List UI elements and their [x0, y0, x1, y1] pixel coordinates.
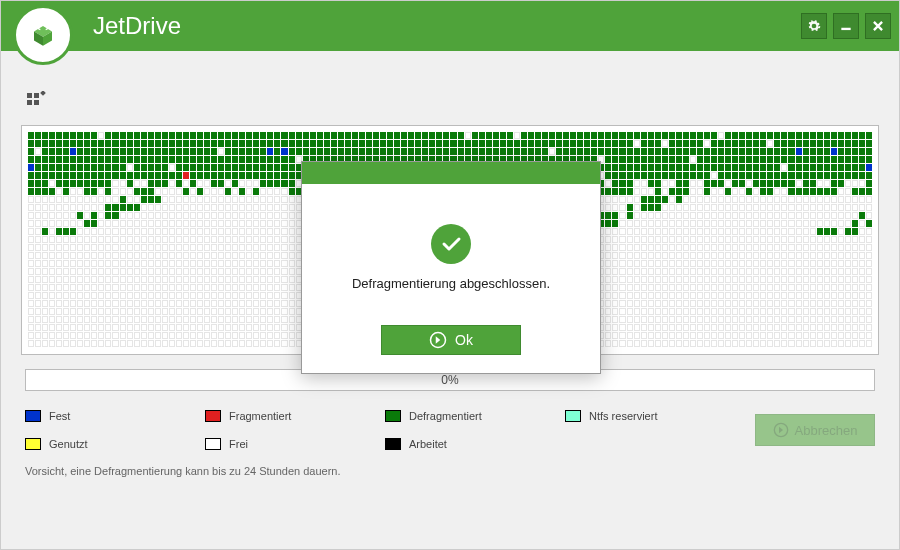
legend-defragmentiert: Defragmentiert [385, 405, 565, 427]
legend-fragmentiert: Fragmentiert [205, 405, 385, 427]
svg-rect-3 [841, 28, 850, 30]
checkmark-icon [439, 232, 463, 256]
minimize-button[interactable] [833, 13, 859, 39]
swatch-fest [25, 410, 41, 422]
swatch-frei [205, 438, 221, 450]
dialog-body: Defragmentierung abgeschlossen. Ok [302, 184, 600, 373]
swatch-genutzt [25, 438, 41, 450]
legend-arbeitet: Arbeitet [385, 433, 565, 455]
legend: Fest Fragmentiert Defragmentiert Ntfs re… [25, 405, 875, 455]
titlebar: JetDrive [1, 1, 899, 51]
close-button[interactable] [865, 13, 891, 39]
svg-rect-5 [34, 93, 39, 98]
cancel-button: Abbrechen [755, 414, 875, 446]
legend-frei: Frei [205, 433, 385, 455]
swatch-fragmentiert [205, 410, 221, 422]
app-title: JetDrive [93, 12, 181, 40]
minimize-icon [839, 19, 853, 33]
dialog-header [302, 162, 600, 184]
arrow-right-circle-icon [429, 331, 447, 349]
warning-text: Vorsicht, eine Defragmentierung kann bis… [25, 465, 875, 477]
success-badge [431, 224, 471, 264]
window-controls [801, 13, 891, 39]
gear-icon [807, 19, 821, 33]
cluster-view-icon [25, 91, 49, 115]
swatch-ntfs [565, 410, 581, 422]
completion-dialog: Defragmentierung abgeschlossen. Ok [301, 161, 601, 374]
app-logo [13, 5, 73, 65]
close-icon [871, 19, 885, 33]
ok-button[interactable]: Ok [381, 325, 521, 355]
svg-rect-4 [27, 93, 32, 98]
arrow-right-circle-icon [773, 422, 789, 438]
swatch-arbeitet [385, 438, 401, 450]
dialog-message: Defragmentierung abgeschlossen. [312, 276, 590, 291]
svg-rect-6 [27, 100, 32, 105]
svg-rect-7 [34, 100, 39, 105]
legend-ntfs: Ntfs reserviert [565, 405, 745, 427]
settings-button[interactable] [801, 13, 827, 39]
legend-fest: Fest [25, 405, 205, 427]
swatch-defragmentiert [385, 410, 401, 422]
legend-genutzt: Genutzt [25, 433, 205, 455]
svg-rect-8 [40, 91, 46, 96]
progress-text: 0% [441, 373, 458, 387]
